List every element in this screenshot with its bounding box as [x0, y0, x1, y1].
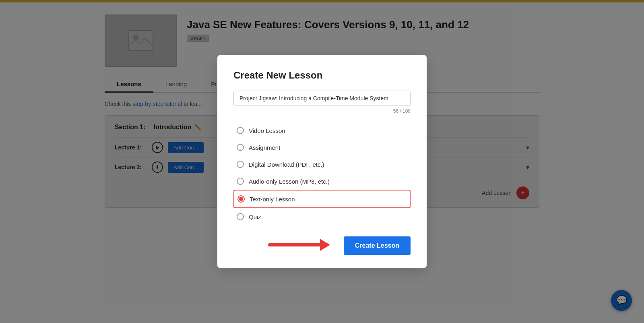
lesson-type-digital[interactable]: Digital Download (PDF, etc.): [233, 156, 411, 173]
lesson-type-text-only-label: Text-only Lesson: [250, 196, 295, 203]
lesson-type-text-only[interactable]: Text-only Lesson: [233, 190, 411, 208]
modal-overlay: Create New Lesson 56 / 100 Video Lesson …: [0, 0, 644, 323]
char-count: 56 / 100: [233, 108, 411, 114]
lesson-type-audio-label: Audio-only Lesson (MP3, etc.): [249, 178, 330, 185]
lesson-type-video-label: Video Lesson: [249, 127, 285, 134]
radio-video: [237, 127, 244, 134]
radio-digital: [237, 161, 244, 168]
lesson-type-video[interactable]: Video Lesson: [233, 122, 411, 139]
radio-text-only: [237, 195, 245, 203]
lesson-type-assignment[interactable]: Assignment: [233, 139, 411, 156]
create-lesson-button[interactable]: Create Lesson: [344, 236, 411, 255]
modal-footer: Create Lesson: [233, 236, 411, 255]
radio-audio: [237, 178, 244, 185]
arrow-indicator: [266, 235, 338, 257]
lesson-type-assignment-label: Assignment: [249, 144, 280, 151]
lesson-type-list: Video Lesson Assignment Digital Download…: [233, 122, 411, 225]
modal-title: Create New Lesson: [233, 70, 411, 81]
lesson-type-quiz[interactable]: Quiz: [233, 208, 411, 225]
lesson-type-audio[interactable]: Audio-only Lesson (MP3, etc.): [233, 173, 411, 190]
create-lesson-modal: Create New Lesson 56 / 100 Video Lesson …: [217, 55, 427, 268]
radio-inner-text-only: [239, 197, 243, 201]
radio-quiz: [237, 213, 244, 220]
lesson-name-input[interactable]: [233, 91, 411, 106]
lesson-type-quiz-label: Quiz: [249, 213, 261, 220]
lesson-type-digital-label: Digital Download (PDF, etc.): [249, 161, 324, 168]
radio-assignment: [237, 144, 244, 151]
